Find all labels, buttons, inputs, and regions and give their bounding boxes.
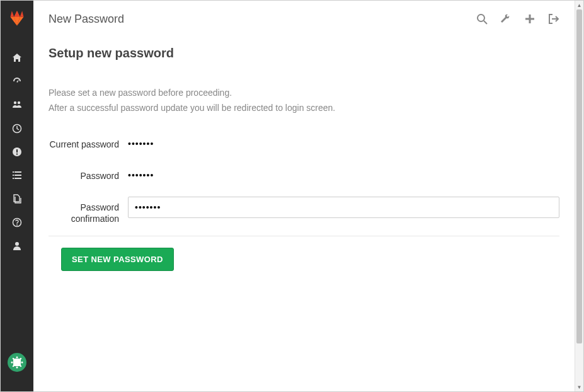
user-icon[interactable] [1,234,33,258]
list-icon[interactable] [1,164,33,187]
main-content: Setup new password Please set a new pass… [33,37,575,391]
svg-point-22 [20,358,21,359]
group-icon[interactable] [1,93,33,117]
password-confirmation-input[interactable] [128,197,559,218]
top-actions [476,13,559,25]
scrollbar-thumb[interactable] [576,9,582,343]
alert-icon[interactable] [1,140,33,163]
svg-rect-28 [525,18,534,20]
svg-point-0 [14,101,16,104]
password-input[interactable] [128,165,559,185]
svg-point-14 [15,242,19,246]
scrollbar-down-arrow-icon[interactable]: ▼ [575,383,583,391]
svg-point-18 [21,361,23,363]
avatar-badge-icon[interactable] [7,352,27,372]
form-row-current-password: Current password [49,134,559,154]
svg-line-26 [484,21,487,24]
files-icon[interactable] [1,187,33,210]
separator [49,236,559,236]
svg-point-20 [16,366,18,368]
svg-rect-16 [13,359,21,366]
clock-icon[interactable] [1,117,33,140]
password-confirmation-label: Password confirmation [49,197,128,224]
page-heading: Setup new password [49,46,559,61]
dashboard-icon[interactable] [1,69,33,93]
form-row-password-confirmation: Password confirmation [49,197,559,224]
svg-point-13 [16,224,18,226]
svg-rect-8 [13,175,14,176]
svg-rect-10 [13,178,14,179]
home-icon[interactable] [1,46,33,69]
current-password-input[interactable] [128,134,559,154]
svg-point-25 [478,14,484,21]
scrollbar-up-arrow-icon[interactable]: ▲ [575,1,583,9]
page-title: New Password [49,13,124,26]
svg-rect-9 [14,175,21,176]
svg-rect-4 [16,149,18,153]
svg-rect-7 [14,171,21,173]
password-label: Password [49,165,128,182]
svg-point-23 [13,366,14,367]
scrollbar[interactable]: ▲ ▼ [575,1,583,391]
signout-icon[interactable] [548,13,559,25]
info-line-1: Please set a new password before proceed… [49,86,559,101]
current-password-label: Current password [49,134,128,150]
svg-rect-6 [13,171,14,173]
form-row-password: Password [49,165,559,185]
help-icon[interactable] [1,210,33,234]
svg-point-24 [20,366,21,367]
gitlab-logo-icon[interactable] [8,9,26,27]
svg-point-19 [16,356,18,358]
info-line-2: After a successful password update you w… [49,101,559,116]
sidebar [1,1,33,391]
svg-rect-11 [14,178,21,179]
wrench-icon[interactable] [500,13,512,25]
svg-point-21 [13,358,14,359]
svg-point-17 [11,361,13,363]
svg-point-1 [18,101,20,104]
plus-icon[interactable] [524,13,535,25]
search-icon[interactable] [476,13,488,25]
topbar: New Password [33,1,575,37]
info-text: Please set a new password before proceed… [49,86,559,116]
svg-rect-5 [16,153,18,154]
set-new-password-button[interactable]: SET NEW PASSWORD [61,248,174,271]
